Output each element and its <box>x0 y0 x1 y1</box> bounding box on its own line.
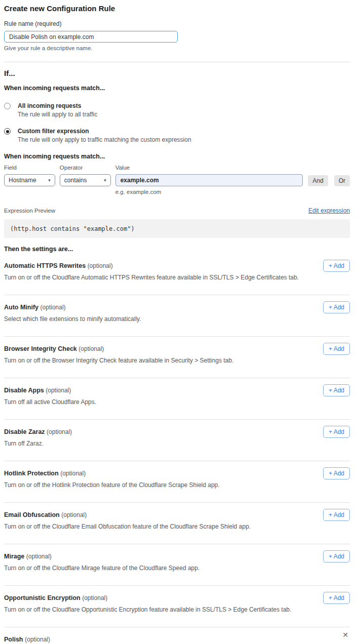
setting-description: Turn off Zaraz. <box>4 440 350 447</box>
chevron-down-icon: ▾ <box>104 178 106 183</box>
chevron-down-icon: ▾ <box>48 178 51 183</box>
setting-title: Email Obfuscation <box>4 511 60 518</box>
setting-title: Opportunistic Encryption <box>4 594 81 601</box>
setting-title: Polish <box>4 636 23 643</box>
rule-name-input[interactable] <box>4 31 178 43</box>
setting-description: Turn off all active Cloudflare Apps. <box>4 398 350 406</box>
setting-section: Disable Zaraz (optional) Turn off Zaraz.… <box>4 420 350 461</box>
if-heading: If... <box>4 69 350 77</box>
page-title: Create new Configuration Rule <box>4 4 350 13</box>
add-setting-button[interactable]: + Add <box>323 592 350 604</box>
setting-description: Turn on or off the Browser Integrity Che… <box>4 357 350 364</box>
add-setting-button[interactable]: + Add <box>323 550 350 562</box>
setting-description: Turn on or off the Cloudflare Email Obfu… <box>4 523 350 530</box>
setting-optional-label: (optional) <box>47 428 72 435</box>
field-select-value: Hostname <box>9 177 36 184</box>
setting-title: Automatic HTTPS Rewrites <box>4 262 86 269</box>
setting-section: Auto Minify (optional) Select which file… <box>4 295 350 337</box>
setting-optional-label: (optional) <box>46 387 71 394</box>
setting-description: Turn on or off the Cloudflare Automatic … <box>4 274 350 281</box>
setting-title: Mirage <box>4 553 24 560</box>
close-icon[interactable]: ✕ <box>342 631 348 638</box>
edit-expression-link[interactable]: Edit expression <box>308 207 350 214</box>
add-setting-button[interactable]: + Add <box>323 467 350 479</box>
radio-all-incoming-requests[interactable]: All incoming requests The rule will appl… <box>4 102 350 118</box>
setting-optional-label: (optional) <box>41 304 66 311</box>
request-match-radio-group: All incoming requests The rule will appl… <box>4 102 350 143</box>
add-setting-button[interactable]: + Add <box>323 343 350 355</box>
configuration-rule-form: Create new Configuration Rule Rule name … <box>0 0 357 644</box>
setting-section: Email Obfuscation (optional) Turn on or … <box>4 503 350 544</box>
section-divider <box>4 62 350 62</box>
operator-select[interactable]: contains ▾ <box>60 174 111 186</box>
rule-name-label: Rule name (required) <box>4 20 350 27</box>
radio-description: The rule will apply to all traffic <box>18 111 97 118</box>
setting-title: Disable Apps <box>4 387 44 394</box>
or-button[interactable]: Or <box>334 175 350 186</box>
add-setting-button[interactable]: + Add <box>323 426 350 438</box>
value-input[interactable] <box>115 174 303 186</box>
setting-section: Disable Apps (optional) Turn off all act… <box>4 378 350 420</box>
setting-title: Auto Minify <box>4 304 38 311</box>
settings-list: Automatic HTTPS Rewrites (optional) Turn… <box>4 254 350 627</box>
setting-section-polish: ✕ Polish (optional) Change the settings … <box>4 627 350 644</box>
expression-preview-header: Expression Preview Edit expression <box>4 207 350 214</box>
match-heading: When incoming requests match... <box>4 85 350 92</box>
radio-label: Custom filter expression <box>18 128 191 135</box>
setting-optional-label: (optional) <box>88 262 113 269</box>
builder-heading: When incoming requests match... <box>4 153 350 160</box>
expression-preview-label: Expression Preview <box>4 208 55 214</box>
expression-preview-code: (http.host contains "example.com") <box>4 219 350 238</box>
operator-select-value: contains <box>64 177 87 184</box>
field-label: Field <box>4 165 55 171</box>
setting-section: Mirage (optional) Turn on or off the Clo… <box>4 544 350 586</box>
radio-icon[interactable] <box>4 128 11 135</box>
setting-section: Opportunistic Encryption (optional) Turn… <box>4 586 350 627</box>
setting-description: Turn on or off the Cloudflare Opportunis… <box>4 606 350 613</box>
field-select[interactable]: Hostname ▾ <box>4 174 55 186</box>
radio-description: The rule will only apply to traffic matc… <box>18 136 191 143</box>
setting-optional-label: (optional) <box>25 636 50 643</box>
rule-name-help: Give your rule a descriptive name. <box>4 45 350 51</box>
setting-section: Automatic HTTPS Rewrites (optional) Turn… <box>4 254 350 295</box>
setting-description: Turn on or off the Hotlink Protection fe… <box>4 481 350 489</box>
setting-optional-label: (optional) <box>60 470 86 477</box>
then-settings-heading: Then the settings are... <box>4 246 350 253</box>
value-help: e.g. example.com <box>115 189 303 195</box>
setting-section: Hotlink Protection (optional) Turn on or… <box>4 461 350 503</box>
radio-label: All incoming requests <box>18 102 97 109</box>
and-button[interactable]: And <box>308 175 328 186</box>
setting-optional-label: (optional) <box>61 511 87 518</box>
setting-description: Turn on or off the Cloudflare Mirage fea… <box>4 565 350 572</box>
radio-custom-filter-expression[interactable]: Custom filter expression The rule will o… <box>4 128 350 143</box>
setting-title: Disable Zaraz <box>4 428 45 435</box>
operator-label: Operator <box>60 165 111 171</box>
setting-optional-label: (optional) <box>82 594 107 601</box>
add-setting-button[interactable]: + Add <box>323 301 350 313</box>
value-label: Value <box>115 165 303 171</box>
setting-section: Browser Integrity Check (optional) Turn … <box>4 337 350 378</box>
add-setting-button[interactable]: + Add <box>323 509 350 521</box>
setting-description: Select which file extensions to minify a… <box>4 315 350 323</box>
setting-title: Hotlink Protection <box>4 470 59 477</box>
setting-title: Browser Integrity Check <box>4 345 77 352</box>
expression-builder: Field Hostname ▾ Operator contains ▾ Val… <box>4 165 350 195</box>
setting-optional-label: (optional) <box>78 345 104 352</box>
add-setting-button[interactable]: + Add <box>323 384 350 396</box>
radio-icon[interactable] <box>4 103 11 109</box>
setting-optional-label: (optional) <box>26 553 52 560</box>
add-setting-button[interactable]: + Add <box>323 260 350 272</box>
